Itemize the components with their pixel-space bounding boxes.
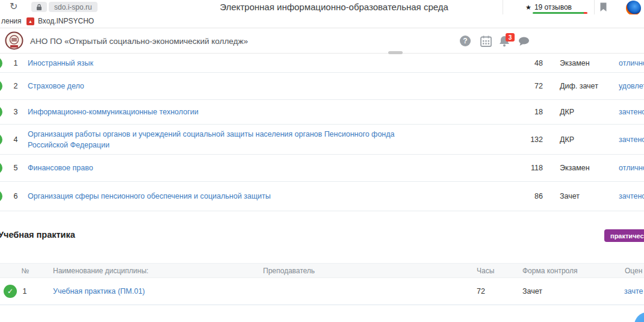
status-check-icon: ✓ (0, 80, 2, 92)
site-favicon-icon: ▲ (26, 17, 34, 25)
help-icon[interactable]: ? (460, 36, 471, 46)
page: ↻ sdo.i-spo.ru Электронная информационно… (0, 0, 644, 322)
control-form: ДКР (560, 135, 574, 144)
discipline-link[interactable]: Организация сферы пенсионного обеспечени… (28, 191, 271, 202)
row-number: 1 (20, 287, 29, 296)
hours-value: 118 (512, 164, 543, 172)
grade-link[interactable]: зачте (624, 287, 643, 296)
col-header-grade: Оцен (625, 267, 642, 275)
bookmark-item-1[interactable]: ления (1, 14, 22, 28)
lock-icon[interactable] (31, 2, 47, 12)
lock-glyph (36, 4, 42, 11)
control-form: Зачет (522, 287, 542, 296)
grade-link[interactable]: удовлетв (619, 82, 644, 90)
practice-row: ✓ 1 Учебная практика (ПМ.01) 72 Зачет за… (0, 278, 644, 305)
discipline-row: ✓ 6 Организация сферы пенсионного обеспе… (0, 182, 644, 211)
hours-value: 72 (477, 287, 485, 296)
practice-link[interactable]: Учебная практика (ПМ.01) (53, 287, 145, 296)
hours-value: 72 (512, 82, 543, 90)
col-header-control: Форма контроля (522, 267, 578, 275)
notification-count-badge: 3 (506, 33, 515, 42)
col-header-hours: Часы (477, 267, 494, 275)
site-header: АНО ПО «Открытый социально-экономический… (0, 28, 644, 54)
discipline-link[interactable]: Организация работы органов и учреждений … (28, 128, 413, 150)
reviews-label: 19 отзывов (534, 3, 572, 11)
hours-value: 48 (512, 59, 543, 67)
row-number: 2 (11, 82, 20, 90)
address-url[interactable]: sdo.i-spo.ru (49, 2, 98, 12)
row-number: 1 (11, 59, 20, 67)
grade-link[interactable]: отлично (619, 164, 644, 172)
reviews-underline (533, 12, 587, 14)
col-header-name: Наименование дисциплины: (53, 267, 149, 275)
reload-icon[interactable]: ↻ (10, 1, 17, 12)
chat-icon[interactable] (518, 37, 530, 46)
status-check-icon: ✓ (4, 285, 17, 298)
discipline-link[interactable]: Информационно-коммуникационные технологи… (28, 107, 199, 117)
profile-avatar[interactable] (626, 1, 641, 16)
discipline-row: ✓ 2 Страховое дело 72 Диф. зачет удовлет… (0, 73, 644, 100)
grade-link[interactable]: зачтено (619, 108, 644, 116)
discipline-link[interactable]: Иностранный язык (28, 57, 93, 68)
control-form: ДКР (560, 108, 574, 116)
grade-link[interactable]: зачтено (619, 135, 644, 144)
col-header-teacher: Преподаватель (263, 267, 315, 275)
bookmark-1-label: ления (1, 17, 22, 25)
status-check-icon: ✓ (0, 134, 2, 146)
control-form: Экзамен (560, 59, 590, 67)
control-form: Диф. зачет (560, 82, 598, 90)
discipline-link[interactable]: Страховое дело (28, 81, 84, 91)
discipline-row: ✓ 4 Организация работы органов и учрежде… (0, 125, 644, 155)
bookmark-item-2[interactable]: ▲ Вход.INPSYCHO (26, 14, 94, 28)
col-header-num: № (20, 267, 30, 275)
star-icon: ★ (525, 4, 531, 11)
college-logo[interactable] (5, 31, 23, 50)
hours-value: 86 (512, 192, 543, 200)
chat-fab-button[interactable] (634, 312, 644, 322)
practice-type-badge: практическое (604, 229, 644, 242)
row-number: 4 (11, 135, 20, 144)
discipline-row: ✓ 1 Иностранный язык 48 Экзамен отлично (0, 54, 644, 73)
row-number: 5 (11, 164, 20, 172)
practice-table-header: № Наименование дисциплины: Преподаватель… (0, 263, 644, 278)
bookmark-2-label: Вход.INPSYCHO (38, 17, 94, 25)
bookmark-icon[interactable] (599, 2, 607, 12)
discipline-row: ✓ 5 Финансовое право 118 Экзамен отлично (0, 155, 644, 182)
hours-value: 132 (512, 135, 543, 144)
status-check-icon: ✓ (0, 106, 2, 118)
status-check-icon: ✓ (0, 190, 2, 202)
page-title: Электронная информационно-образовательна… (220, 2, 448, 12)
calendar-icon[interactable] (480, 36, 492, 47)
control-form: Зачет (560, 192, 580, 200)
section-title: Учебная практика (0, 230, 75, 240)
row-number: 6 (11, 192, 20, 200)
grade-link[interactable]: отлично (619, 59, 644, 67)
control-form: Экзамен (560, 164, 590, 172)
college-name: АНО ПО «Открытый социально-экономический… (30, 28, 248, 54)
discipline-link[interactable]: Финансовое право (28, 163, 93, 173)
hours-value: 18 (512, 108, 543, 116)
browser-toolbar: ↻ sdo.i-spo.ru Электронная информационно… (0, 0, 644, 14)
row-number: 3 (11, 108, 20, 116)
status-check-icon: ✓ (0, 162, 2, 174)
bookmarks-bar: ления ▲ Вход.INPSYCHO (0, 14, 644, 28)
grade-link[interactable]: зачтено (619, 192, 644, 200)
discipline-row: ✓ 3 Информационно-коммуникационные техно… (0, 100, 644, 125)
status-check-icon: ✓ (0, 57, 2, 69)
